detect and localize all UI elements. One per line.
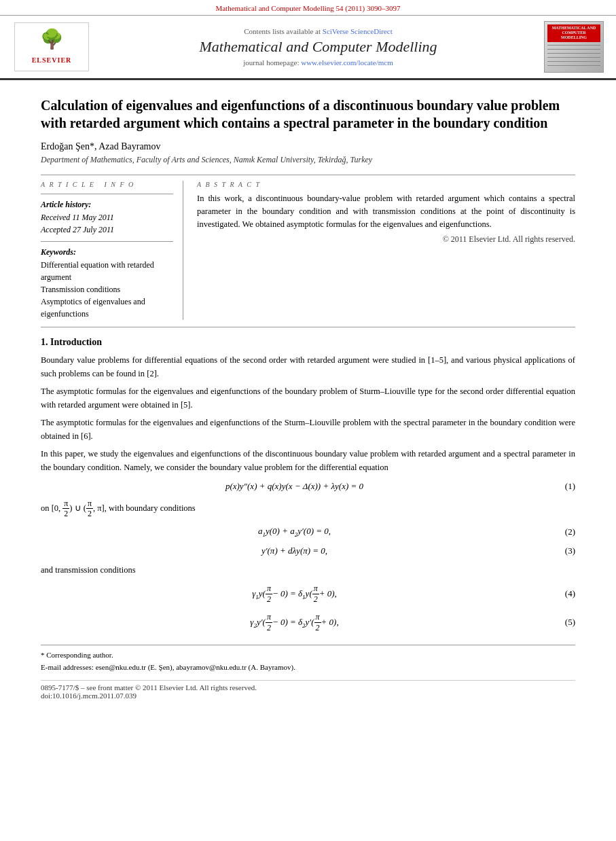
journal-reference-text: Mathematical and Computer Modelling 54 (… bbox=[215, 4, 400, 12]
article-info-heading: A R T I C L E I N F O bbox=[41, 181, 173, 188]
keyword-2: Transmission conditions bbox=[41, 283, 173, 296]
intro-para-1: Boundary value problems for differential… bbox=[41, 353, 575, 380]
contents-label: Contents lists available at bbox=[244, 27, 321, 35]
cover-image: MATHEMATICAL AND COMPUTER MODELLING bbox=[544, 21, 604, 73]
equation-4: γ1y( π2 − 0) = δ1y( π2 + 0), bbox=[41, 584, 548, 604]
frac-eq4-left: π2 bbox=[266, 584, 272, 604]
received-line: Received 11 May 2011 bbox=[41, 211, 173, 223]
frac-eq5-left: π2 bbox=[266, 612, 272, 632]
footer-bottom: 0895-7177/$ – see front matter © 2011 El… bbox=[41, 680, 575, 700]
corresponding-author: * Corresponding author. bbox=[41, 649, 575, 661]
doi-line: doi:10.1016/j.mcm.2011.07.039 bbox=[41, 692, 575, 700]
eq5-number: (5) bbox=[548, 617, 575, 628]
equation-2: a1y(0) + a2y′(0) = 0, bbox=[41, 526, 548, 538]
keywords-divider bbox=[41, 241, 173, 242]
eq2-number: (2) bbox=[548, 526, 575, 537]
equation-3-block: y′(π) + dλy(π) = 0, (3) bbox=[41, 544, 575, 558]
equation-5: γ2y′( π2 − 0) = δ2y′( π2 + 0), bbox=[41, 612, 548, 632]
article-content: Calculation of eigenvalues and eigenfunc… bbox=[0, 80, 616, 711]
eq1-math: p(x)y″(x) + q(x)y(x − Δ(x)) + λy(x) = 0 bbox=[225, 481, 363, 491]
sciverse-link[interactable]: SciVerse ScienceDirect bbox=[323, 27, 393, 35]
cover-title: MATHEMATICAL AND COMPUTER MODELLING bbox=[547, 24, 600, 42]
equation-1: p(x)y″(x) + q(x)y(x − Δ(x)) + λy(x) = 0 bbox=[41, 481, 548, 492]
keywords-label: Keywords: bbox=[41, 247, 173, 257]
frac-pi-2b: π2 bbox=[86, 499, 93, 519]
intro-para-4: In this paper, we study the eigenvalues … bbox=[41, 447, 575, 474]
equation-3: y′(π) + dλy(π) = 0, bbox=[41, 545, 548, 556]
eq5-math: γ2y′( π2 − 0) = δ2y′( π2 + 0), bbox=[250, 617, 338, 627]
sciverse-line: Contents lists available at SciVerse Sci… bbox=[92, 27, 544, 35]
affiliation: Department of Mathematics, Faculty of Ar… bbox=[41, 155, 575, 165]
keyword-3: Asymptotics of eigenvalues and eigenfunc… bbox=[41, 296, 173, 320]
equation-5-block: γ2y′( π2 − 0) = δ2y′( π2 + 0), (5) bbox=[41, 611, 575, 634]
interval-text: on [0, π2) ∪ (π2, π], with boundary cond… bbox=[41, 499, 575, 519]
eq3-number: (3) bbox=[548, 545, 575, 556]
elsevier-tree-icon: 🌳 bbox=[40, 30, 64, 49]
eq4-math: γ1y( π2 − 0) = δ1y( π2 + 0), bbox=[252, 588, 337, 598]
intro-para-2: The asymptotic formulas for the eigenval… bbox=[41, 384, 575, 412]
journal-reference-bar: Mathematical and Computer Modelling 54 (… bbox=[0, 0, 616, 16]
homepage-label: journal homepage: bbox=[243, 58, 299, 67]
equation-1-block: p(x)y″(x) + q(x)y(x − Δ(x)) + λy(x) = 0 … bbox=[41, 480, 575, 493]
authors: Erdoğan Şen*, Azad Bayramov bbox=[41, 141, 575, 152]
eq2-math: a1y(0) + a2y′(0) = 0, bbox=[258, 526, 331, 536]
info-divider bbox=[41, 194, 173, 194]
accepted-line: Accepted 27 July 2011 bbox=[41, 223, 173, 236]
journal-center: Contents lists available at SciVerse Sci… bbox=[92, 27, 544, 67]
journal-cover: MATHEMATICAL AND COMPUTER MODELLING bbox=[544, 21, 605, 73]
article-title: Calculation of eigenvalues and eigenfunc… bbox=[41, 96, 575, 132]
cover-lines bbox=[547, 42, 600, 69]
eq1-number: (1) bbox=[548, 481, 575, 492]
homepage-link[interactable]: www.elsevier.com/locate/mcm bbox=[301, 58, 393, 67]
history-label: Article history: bbox=[41, 200, 173, 210]
eq4-number: (4) bbox=[548, 588, 575, 599]
abstract-heading: A B S T R A C T bbox=[197, 181, 575, 188]
journal-title: Mathematical and Computer Modelling bbox=[92, 38, 544, 56]
email-line: E-mail addresses: esen@nku.edu.tr (E. Şe… bbox=[41, 662, 575, 673]
received-date: Received 11 May 2011 Accepted 27 July 20… bbox=[41, 211, 173, 236]
article-info-column: A R T I C L E I N F O Article history: R… bbox=[41, 181, 183, 320]
abstract-copyright: © 2011 Elsevier Ltd. All rights reserved… bbox=[197, 234, 575, 245]
frac-eq5-right: π2 bbox=[314, 612, 321, 632]
logo-box: 🌳 ELSEVIER bbox=[14, 22, 89, 71]
frac-pi-2: π2 bbox=[62, 499, 69, 519]
frac-eq4-right: π2 bbox=[312, 584, 319, 604]
abstract-column: A B S T R A C T In this work, a disconti… bbox=[197, 181, 575, 320]
keyword-1: Differential equation with retarded argu… bbox=[41, 259, 173, 283]
abstract-text: In this work, a discontinuous boundary-v… bbox=[197, 192, 575, 230]
intro-section-title: 1. Introduction bbox=[41, 337, 575, 348]
intro-para-3: The asymptotic formulas for the eigenval… bbox=[41, 416, 575, 443]
journal-header: 🌳 ELSEVIER Contents lists available at S… bbox=[0, 16, 616, 80]
eq3-math: y′(π) + dλy(π) = 0, bbox=[261, 545, 327, 556]
elsevier-label: ELSEVIER bbox=[32, 56, 72, 64]
issn-line: 0895-7177/$ – see front matter © 2011 El… bbox=[41, 683, 575, 692]
divider-1 bbox=[41, 175, 575, 175]
info-abstract-section: A R T I C L E I N F O Article history: R… bbox=[41, 181, 575, 327]
transmission-text: and transmission conditions bbox=[41, 563, 575, 577]
journal-homepage: journal homepage: www.elsevier.com/locat… bbox=[92, 58, 544, 67]
equation-2-block: a1y(0) + a2y′(0) = 0, (2) bbox=[41, 524, 575, 539]
article-footer: * Corresponding author. E-mail addresses… bbox=[41, 645, 575, 673]
equation-4-block: γ1y( π2 − 0) = δ1y( π2 + 0), (4) bbox=[41, 582, 575, 605]
elsevier-logo: 🌳 ELSEVIER bbox=[11, 22, 92, 71]
